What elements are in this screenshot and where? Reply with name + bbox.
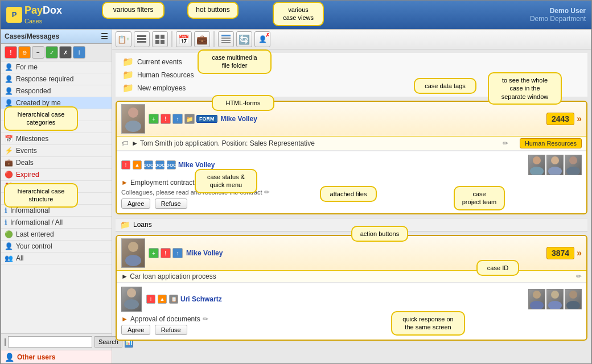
case-card-2: + ! ↑ Mike Volley 3874 » ► Car loan appl xyxy=(116,235,587,341)
case-1-id[interactable]: 2443 xyxy=(546,113,574,125)
sidebar-item-response-required[interactable]: 👤Response required xyxy=(1,73,112,85)
msg-2-exclaim-icon[interactable]: ! xyxy=(146,295,155,304)
toolbar-btn-calendar[interactable]: 📅 xyxy=(176,31,192,47)
sidebar-filter-icons: ! ⊖ − ✓ ✗ i xyxy=(1,44,112,61)
msg-1-doc3-icon[interactable]: DOC xyxy=(167,160,176,169)
svg-rect-10 xyxy=(221,42,231,43)
case-2-up-btn[interactable]: ↑ xyxy=(172,248,183,258)
toolbar-btn-new-case[interactable]: 📋+ xyxy=(116,31,131,47)
svg-rect-1 xyxy=(137,38,146,40)
case-1-form-btn[interactable]: FORM xyxy=(196,115,217,123)
msg-2-info-icon[interactable]: 📋 xyxy=(169,295,178,304)
svg-point-19 xyxy=(128,242,138,252)
case-2-id[interactable]: 3874 xyxy=(546,247,574,259)
case-2-refuse-btn[interactable]: Refuse xyxy=(155,325,187,335)
svg-point-13 xyxy=(533,156,541,164)
case-1-folder-btn[interactable]: 📁 xyxy=(184,114,195,124)
svg-point-22 xyxy=(124,299,139,309)
sidebar-item-your-control[interactable]: 👤Your control xyxy=(1,241,112,253)
folders-section: 📁 Current events 📁 Human Resources 📁 New… xyxy=(116,53,587,97)
case-list-area: case multimediafile folder HTML-forms ca… xyxy=(112,49,591,364)
case-2-message: ! ▲ 📋 Uri Schwartz xyxy=(117,283,586,340)
toolbar-btn-case-view-2[interactable] xyxy=(152,31,168,47)
msg-1-doc2-icon[interactable]: DOC xyxy=(155,160,165,169)
case-2-team-avatars xyxy=(528,289,582,309)
sidebar-item-for-me[interactable]: 👤For me xyxy=(1,61,112,73)
case-1-agree-btn[interactable]: Agree xyxy=(121,198,150,209)
case-1-exclaim-btn[interactable]: ! xyxy=(161,114,171,124)
sidebar-collapse-btn[interactable]: ☰ xyxy=(101,32,108,41)
msg-1-body-edit[interactable]: ✏ xyxy=(264,188,270,196)
case-1-up-btn[interactable]: ↑ xyxy=(172,114,183,124)
svg-point-21 xyxy=(127,288,136,297)
filter-btn-check[interactable]: ✓ xyxy=(46,46,58,59)
case-1-message: ! ▲ DOC DOC DOC Mike Volley xyxy=(117,151,586,213)
sidebar-item-milestones[interactable]: 📅Milestones xyxy=(1,133,112,145)
folder-current-events[interactable]: 📁 Current events xyxy=(120,55,583,68)
filter-btn-dash[interactable]: − xyxy=(32,46,44,59)
sidebar-item-open[interactable]: 📁Open xyxy=(1,121,112,133)
team2-avatar-2 xyxy=(546,289,564,309)
search-input[interactable] xyxy=(8,336,92,348)
sidebar-item-reconciliations[interactable]: 👤Reconciliations xyxy=(1,109,112,121)
sidebar-item-responded[interactable]: 👤Responded xyxy=(1,85,112,97)
case-1-edit-icon[interactable]: ✏ xyxy=(503,139,508,147)
team-avatar-1 xyxy=(528,155,545,175)
logo-pay: Pay xyxy=(24,5,43,16)
toolbar-btn-briefcase[interactable]: 💼 xyxy=(194,31,210,47)
filter-btn-exclamation[interactable]: ! xyxy=(5,46,17,59)
sidebar-item-created-by-me[interactable]: 👤Created by me xyxy=(1,97,112,109)
case-2-arrow[interactable]: » xyxy=(577,248,582,258)
avatar-icon xyxy=(123,106,143,132)
svg-point-27 xyxy=(569,291,577,299)
msg-1-doc-icon[interactable]: DOC xyxy=(144,160,153,169)
msg-1-username: Mike Volley xyxy=(178,161,215,169)
folder-human-resources[interactable]: 📁 Human Resources xyxy=(120,68,583,81)
svg-rect-3 xyxy=(155,35,159,39)
case-2-add-btn[interactable]: + xyxy=(149,248,159,258)
sidebar-item-informational[interactable]: ℹInformational xyxy=(1,205,112,217)
case-1-tag: Human Resources xyxy=(520,138,582,148)
case-1-team-avatars xyxy=(528,155,582,175)
sidebar-item-events[interactable]: ⚡Events xyxy=(1,145,112,157)
case-2-agree-btn[interactable]: Agree xyxy=(121,325,150,335)
username: Demo User xyxy=(530,7,586,15)
case-1-controls: + ! ↑ 📁 FORM xyxy=(149,114,217,124)
sidebar-items-list: 👤For me 👤Response required 👤Responded 👤C… xyxy=(1,61,112,333)
toolbar-btn-folder-view[interactable] xyxy=(218,31,234,47)
filter-btn-minus-circle[interactable]: ⊖ xyxy=(18,46,31,59)
sidebar-item-all[interactable]: 👥All xyxy=(1,253,112,264)
msg-1-exclaim-icon[interactable]: ! xyxy=(121,160,130,169)
filter-btn-info[interactable]: i xyxy=(73,46,85,59)
svg-rect-6 xyxy=(161,40,165,44)
case-1-add-btn[interactable]: + xyxy=(149,114,159,124)
sidebar-item-last-entered[interactable]: 🟢Last entered xyxy=(1,229,112,241)
toolbar-btn-user-remove[interactable]: 👤✗ xyxy=(254,31,270,47)
case-1-msg-body: Colleagues, please read and reconcile th… xyxy=(121,188,582,196)
case-1-tag-row: 🏷 ► Tom Smith job application. Position:… xyxy=(117,136,586,151)
sidebar-item-expired[interactable]: 🔴Expired xyxy=(1,169,112,181)
sidebar-item-short-list[interactable]: 🚩Short-list xyxy=(1,193,112,205)
sidebar-item-expiring[interactable]: ⏰Expiring xyxy=(1,181,112,193)
sidebar-checkbox[interactable] xyxy=(5,338,6,346)
case-card-1-header: + ! ↑ 📁 FORM Mike Volley 2443 » xyxy=(117,102,586,136)
avatar-2-icon xyxy=(123,240,143,266)
msg-1-alert-icon[interactable]: ▲ xyxy=(133,160,142,169)
loans-folder[interactable]: 📁 Loans xyxy=(116,218,587,231)
msg-1-edit-icon[interactable]: ✏ xyxy=(222,179,228,187)
filter-btn-cross[interactable]: ✗ xyxy=(59,46,72,59)
case-2-edit-icon[interactable]: ✏ xyxy=(576,272,582,280)
sidebar-other-users[interactable]: 👤 Other users xyxy=(1,350,112,364)
case-1-arrow[interactable]: » xyxy=(577,114,582,124)
case-1-refuse-btn[interactable]: Refuse xyxy=(155,198,187,209)
folder-new-employees[interactable]: 📁 New employees xyxy=(120,81,583,94)
sidebar-item-deals[interactable]: 💼Deals xyxy=(1,157,112,169)
sidebar-item-informational-all[interactable]: ℹInformational / All xyxy=(1,217,112,229)
toolbar-btn-case-view-1[interactable] xyxy=(134,31,150,47)
case-2-exclaim-btn[interactable]: ! xyxy=(161,248,171,258)
svg-point-16 xyxy=(548,167,562,175)
msg-2-alert-icon[interactable]: ▲ xyxy=(158,295,167,304)
toolbar-btn-refresh[interactable]: 🔄 xyxy=(236,31,252,47)
case-1-msg-header: ! ▲ DOC DOC DOC Mike Volley xyxy=(121,155,582,175)
msg-2-edit-icon[interactable]: ✏ xyxy=(203,315,208,323)
